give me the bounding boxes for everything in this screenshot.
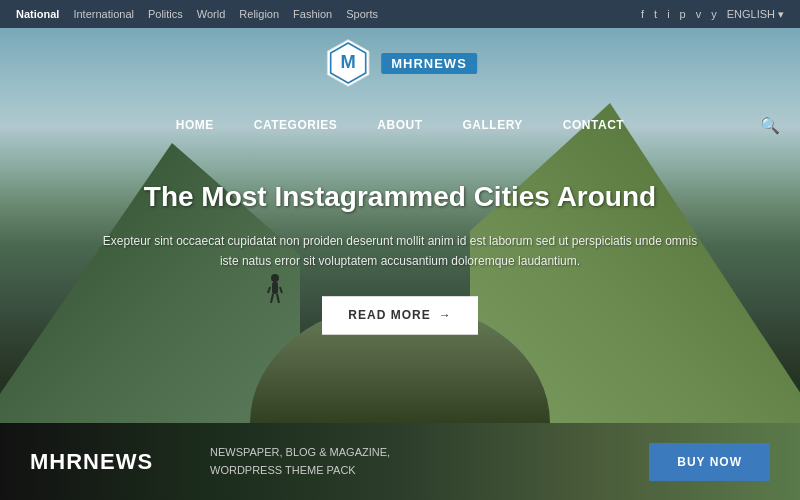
instagram-icon[interactable]: i xyxy=(667,8,669,20)
twitter-icon[interactable]: t xyxy=(654,8,657,20)
pinterest-icon[interactable]: p xyxy=(680,8,686,20)
top-nav-item-national[interactable]: National xyxy=(16,8,59,20)
top-nav-item-sports[interactable]: Sports xyxy=(346,8,378,20)
language-label: ENGLISH xyxy=(727,8,775,20)
top-right-area: f t i p v y ENGLISH ▾ xyxy=(641,8,784,21)
hero-subtitle: Exepteur sint occaecat cupidatat non pro… xyxy=(100,231,700,272)
read-more-button[interactable]: READ MORE → xyxy=(322,296,477,334)
nav-item-gallery[interactable]: GALLERY xyxy=(442,112,542,138)
svg-text:M: M xyxy=(341,51,356,72)
nav-item-categories[interactable]: CATEGORIES xyxy=(234,112,357,138)
top-bar: National International Politics World Re… xyxy=(0,0,800,28)
top-navigation: National International Politics World Re… xyxy=(16,8,378,20)
banner-tagline: NEWSPAPER, BLOG & MAGAZINE, WORDPRESS TH… xyxy=(190,444,649,479)
top-nav-item-religion[interactable]: Religion xyxy=(239,8,279,20)
logo-hex[interactable]: M xyxy=(323,38,373,88)
bottom-banner: MHRNEWS NEWSPAPER, BLOG & MAGAZINE, WORD… xyxy=(0,423,800,500)
hero-section: M MHRNEWS HOME CATEGORIES ABOUT GALLERY … xyxy=(0,28,800,423)
search-icon[interactable]: 🔍 xyxy=(760,116,780,135)
logo-text[interactable]: MHRNEWS xyxy=(381,53,477,74)
top-nav-item-fashion[interactable]: Fashion xyxy=(293,8,332,20)
logo-area: M MHRNEWS xyxy=(323,38,477,88)
banner-tagline-line1: NEWSPAPER, BLOG & MAGAZINE, xyxy=(210,444,629,462)
vimeo-icon[interactable]: v xyxy=(696,8,702,20)
facebook-icon[interactable]: f xyxy=(641,8,644,20)
youtube-icon[interactable]: y xyxy=(711,8,717,20)
read-more-label: READ MORE xyxy=(348,308,430,322)
buy-now-button[interactable]: BUY NOW xyxy=(649,443,770,481)
banner-tagline-line2: WORDPRESS THEME PACK xyxy=(210,462,629,480)
top-nav-item-international[interactable]: International xyxy=(73,8,134,20)
main-navigation: HOME CATEGORIES ABOUT GALLERY CONTACT 🔍 xyxy=(0,100,800,150)
top-nav-item-politics[interactable]: Politics xyxy=(148,8,183,20)
top-nav-item-world[interactable]: World xyxy=(197,8,226,20)
hero-content: The Most Instagrammed Cities Around Exep… xyxy=(100,179,700,334)
banner-site-name: MHRNEWS xyxy=(30,449,190,475)
nav-item-contact[interactable]: CONTACT xyxy=(543,112,644,138)
hero-title: The Most Instagrammed Cities Around xyxy=(100,179,700,215)
language-selector[interactable]: ENGLISH ▾ xyxy=(727,8,784,21)
nav-item-about[interactable]: ABOUT xyxy=(357,112,442,138)
chevron-down-icon: ▾ xyxy=(778,8,784,21)
nav-item-home[interactable]: HOME xyxy=(156,112,234,138)
arrow-icon: → xyxy=(439,308,452,322)
